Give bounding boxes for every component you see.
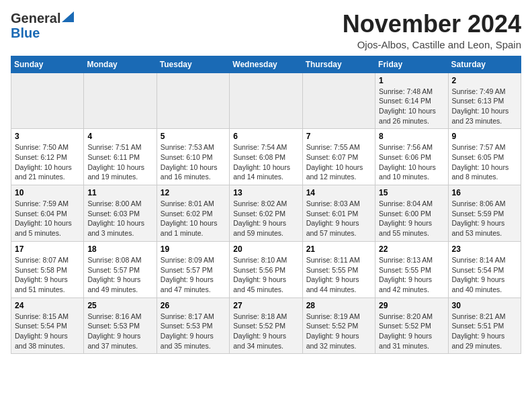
calendar-cell: 25Sunrise: 8:16 AM Sunset: 5:53 PM Dayli… (84, 298, 157, 354)
day-number: 5 (161, 132, 226, 141)
header: General Blue November 2024 Ojos-Albos, C… (11, 11, 521, 50)
day-info: Sunrise: 8:03 AM Sunset: 6:01 PM Dayligh… (306, 199, 371, 238)
day-number: 6 (233, 132, 298, 141)
day-number: 28 (306, 301, 371, 310)
day-info: Sunrise: 8:17 AM Sunset: 5:53 PM Dayligh… (161, 312, 226, 351)
calendar-cell: 20Sunrise: 8:10 AM Sunset: 5:56 PM Dayli… (230, 241, 302, 298)
weekday-header-wednesday: Wednesday (230, 56, 302, 73)
day-info: Sunrise: 8:10 AM Sunset: 5:56 PM Dayligh… (233, 255, 298, 295)
calendar-cell: 11Sunrise: 8:00 AM Sunset: 6:03 PM Dayli… (84, 185, 157, 242)
calendar-cell: 5Sunrise: 7:53 AM Sunset: 6:10 PM Daylig… (157, 129, 229, 185)
calendar-cell: 14Sunrise: 8:03 AM Sunset: 6:01 PM Dayli… (302, 185, 375, 242)
day-number: 21 (306, 244, 371, 254)
logo-general-text: General (11, 11, 60, 26)
day-info: Sunrise: 7:48 AM Sunset: 6:14 PM Dayligh… (379, 87, 444, 126)
day-info: Sunrise: 7:56 AM Sunset: 6:06 PM Dayligh… (379, 142, 444, 182)
day-info: Sunrise: 8:01 AM Sunset: 6:02 PM Dayligh… (161, 199, 226, 238)
calendar-cell: 26Sunrise: 8:17 AM Sunset: 5:53 PM Dayli… (157, 298, 229, 354)
day-info: Sunrise: 8:04 AM Sunset: 6:00 PM Dayligh… (379, 199, 444, 238)
day-info: Sunrise: 7:59 AM Sunset: 6:04 PM Dayligh… (15, 199, 80, 238)
day-info: Sunrise: 7:50 AM Sunset: 6:12 PM Dayligh… (15, 142, 80, 182)
day-number: 7 (306, 132, 371, 141)
calendar-cell: 13Sunrise: 8:02 AM Sunset: 6:02 PM Dayli… (230, 185, 302, 242)
day-number: 16 (452, 188, 517, 197)
day-number: 15 (379, 188, 444, 197)
location-text: Ojos-Albos, Castille and Leon, Spain (343, 39, 521, 50)
calendar-cell: 28Sunrise: 8:19 AM Sunset: 5:52 PM Dayli… (302, 298, 375, 354)
day-info: Sunrise: 8:11 AM Sunset: 5:55 PM Dayligh… (306, 255, 371, 295)
calendar-cell (157, 73, 229, 129)
calendar-cell: 4Sunrise: 7:51 AM Sunset: 6:11 PM Daylig… (84, 129, 157, 185)
day-info: Sunrise: 7:51 AM Sunset: 6:11 PM Dayligh… (87, 142, 152, 182)
calendar-cell (84, 73, 157, 129)
day-number: 10 (15, 188, 80, 197)
month-title: November 2024 (343, 11, 521, 38)
day-number: 20 (233, 244, 298, 254)
day-info: Sunrise: 7:53 AM Sunset: 6:10 PM Dayligh… (161, 142, 226, 182)
day-number: 9 (452, 132, 517, 141)
day-info: Sunrise: 8:20 AM Sunset: 5:52 PM Dayligh… (379, 312, 444, 351)
calendar-cell: 12Sunrise: 8:01 AM Sunset: 6:02 PM Dayli… (157, 185, 229, 242)
calendar-header-row: SundayMondayTuesdayWednesdayThursdayFrid… (11, 56, 521, 73)
weekday-header-thursday: Thursday (302, 56, 375, 73)
svg-marker-0 (62, 11, 74, 22)
day-info: Sunrise: 7:57 AM Sunset: 6:05 PM Dayligh… (452, 142, 517, 182)
calendar-week-row: 3Sunrise: 7:50 AM Sunset: 6:12 PM Daylig… (11, 129, 521, 185)
day-info: Sunrise: 8:00 AM Sunset: 6:03 PM Dayligh… (87, 199, 152, 238)
day-number: 4 (87, 132, 152, 141)
day-info: Sunrise: 8:07 AM Sunset: 5:58 PM Dayligh… (15, 255, 80, 295)
day-number: 25 (87, 301, 152, 310)
calendar-week-row: 17Sunrise: 8:07 AM Sunset: 5:58 PM Dayli… (11, 241, 521, 298)
calendar-cell: 24Sunrise: 8:15 AM Sunset: 5:54 PM Dayli… (11, 298, 84, 354)
calendar-cell: 8Sunrise: 7:56 AM Sunset: 6:06 PM Daylig… (375, 129, 448, 185)
calendar-cell: 18Sunrise: 8:08 AM Sunset: 5:57 PM Dayli… (84, 241, 157, 298)
logo-arrow-icon (62, 11, 74, 22)
calendar-cell: 3Sunrise: 7:50 AM Sunset: 6:12 PM Daylig… (11, 129, 84, 185)
day-number: 11 (87, 188, 152, 197)
day-number: 17 (15, 244, 80, 254)
calendar-cell: 23Sunrise: 8:14 AM Sunset: 5:54 PM Dayli… (448, 241, 521, 298)
calendar-cell: 29Sunrise: 8:20 AM Sunset: 5:52 PM Dayli… (375, 298, 448, 354)
calendar-cell: 27Sunrise: 8:18 AM Sunset: 5:52 PM Dayli… (230, 298, 302, 354)
day-number: 27 (233, 301, 298, 310)
day-info: Sunrise: 8:02 AM Sunset: 6:02 PM Dayligh… (233, 199, 298, 238)
calendar-cell: 10Sunrise: 7:59 AM Sunset: 6:04 PM Dayli… (11, 185, 84, 242)
day-number: 13 (233, 188, 298, 197)
calendar-cell (230, 73, 302, 129)
day-number: 23 (452, 244, 517, 254)
logo: General Blue (11, 11, 74, 40)
day-info: Sunrise: 8:08 AM Sunset: 5:57 PM Dayligh… (87, 255, 152, 295)
day-info: Sunrise: 8:09 AM Sunset: 5:57 PM Dayligh… (161, 255, 226, 295)
calendar-table: SundayMondayTuesdayWednesdayThursdayFrid… (11, 56, 521, 355)
calendar-week-row: 10Sunrise: 7:59 AM Sunset: 6:04 PM Dayli… (11, 185, 521, 242)
calendar-cell (11, 73, 84, 129)
day-number: 24 (15, 301, 80, 310)
day-number: 2 (452, 76, 517, 85)
day-info: Sunrise: 8:13 AM Sunset: 5:55 PM Dayligh… (379, 255, 444, 295)
calendar-cell: 30Sunrise: 8:21 AM Sunset: 5:51 PM Dayli… (448, 298, 521, 354)
calendar-cell: 19Sunrise: 8:09 AM Sunset: 5:57 PM Dayli… (157, 241, 229, 298)
weekday-header-sunday: Sunday (11, 56, 84, 73)
calendar-cell: 17Sunrise: 8:07 AM Sunset: 5:58 PM Dayli… (11, 241, 84, 298)
weekday-header-saturday: Saturday (448, 56, 521, 73)
day-number: 1 (379, 76, 444, 85)
day-info: Sunrise: 8:06 AM Sunset: 5:59 PM Dayligh… (452, 199, 517, 238)
calendar-cell: 22Sunrise: 8:13 AM Sunset: 5:55 PM Dayli… (375, 241, 448, 298)
day-info: Sunrise: 8:15 AM Sunset: 5:54 PM Dayligh… (15, 312, 80, 351)
calendar-week-row: 1Sunrise: 7:48 AM Sunset: 6:14 PM Daylig… (11, 73, 521, 129)
day-info: Sunrise: 8:21 AM Sunset: 5:51 PM Dayligh… (452, 312, 517, 351)
calendar-cell: 6Sunrise: 7:54 AM Sunset: 6:08 PM Daylig… (230, 129, 302, 185)
day-number: 18 (87, 244, 152, 254)
calendar-cell: 7Sunrise: 7:55 AM Sunset: 6:07 PM Daylig… (302, 129, 375, 185)
day-info: Sunrise: 7:54 AM Sunset: 6:08 PM Dayligh… (233, 142, 298, 182)
day-number: 12 (161, 188, 226, 197)
weekday-header-tuesday: Tuesday (157, 56, 229, 73)
day-info: Sunrise: 8:19 AM Sunset: 5:52 PM Dayligh… (306, 312, 371, 351)
day-info: Sunrise: 8:14 AM Sunset: 5:54 PM Dayligh… (452, 255, 517, 295)
title-block: November 2024 Ojos-Albos, Castille and L… (343, 11, 521, 50)
day-info: Sunrise: 7:55 AM Sunset: 6:07 PM Dayligh… (306, 142, 371, 182)
calendar-cell: 15Sunrise: 8:04 AM Sunset: 6:00 PM Dayli… (375, 185, 448, 242)
calendar-cell: 9Sunrise: 7:57 AM Sunset: 6:05 PM Daylig… (448, 129, 521, 185)
day-number: 3 (15, 132, 80, 141)
weekday-header-monday: Monday (84, 56, 157, 73)
